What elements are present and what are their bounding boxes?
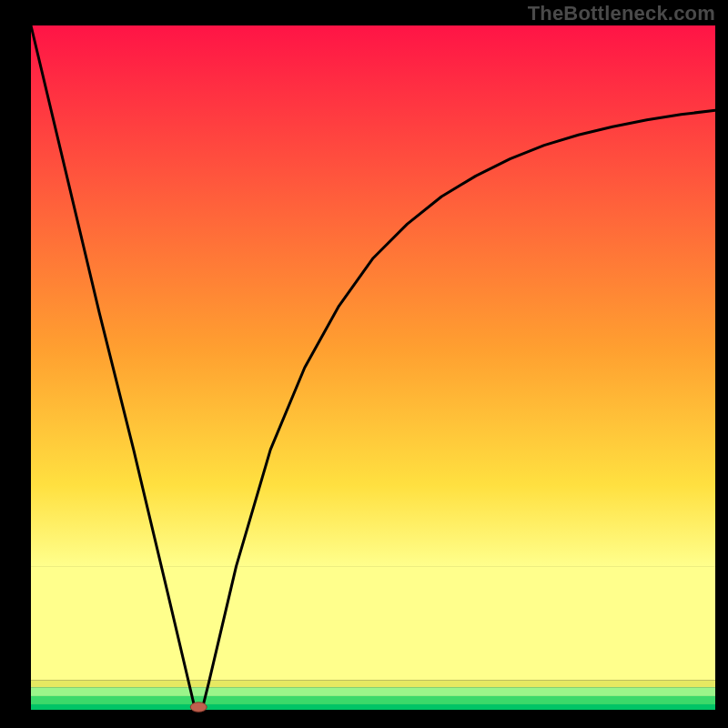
band-yellow-dark [31,681,715,688]
plot-area [31,25,715,712]
band-green-light [31,687,715,696]
gradient-background [31,25,715,566]
watermark-label: TheBottleneck.com [528,2,715,25]
band-green-mid [31,696,715,704]
bottleneck-chart [0,0,728,728]
optimum-marker [190,703,207,713]
band-yellow-light [31,566,715,681]
chart-frame: TheBottleneck.com [0,0,728,728]
band-green-dark [31,704,715,710]
